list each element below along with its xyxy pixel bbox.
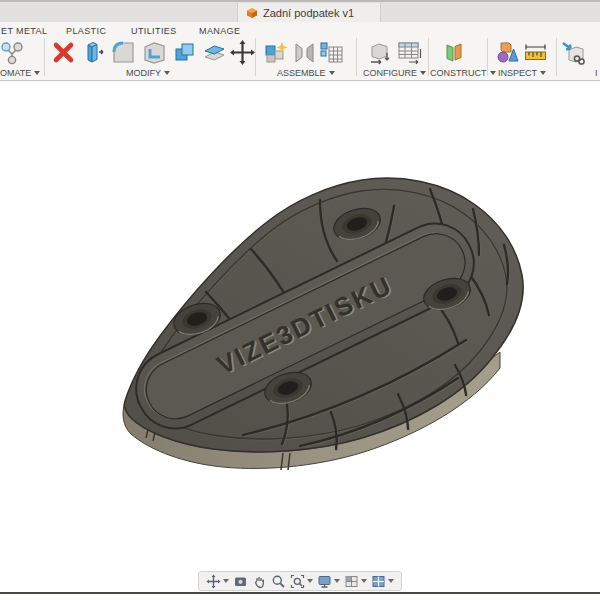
orbit-icon <box>206 574 221 589</box>
zoom-icon <box>271 574 286 589</box>
joint-icon[interactable] <box>291 39 318 66</box>
orbit-button[interactable] <box>206 574 229 589</box>
chevron-down-icon <box>334 579 340 583</box>
chevron-down-icon <box>388 579 394 583</box>
group-label-construct[interactable]: CONSTRUCT <box>430 67 496 79</box>
grid-and-snaps-button[interactable] <box>344 574 367 589</box>
group-separator <box>44 38 45 76</box>
group-label-configure[interactable]: CONFIGURE <box>363 67 426 79</box>
display-settings-button[interactable] <box>317 574 340 589</box>
tab-utilities[interactable]: UTILITIES <box>131 26 177 36</box>
chevron-down-icon <box>490 71 496 75</box>
group-label-assemble[interactable]: ASSEMBLE <box>277 67 335 79</box>
chevron-down-icon <box>164 71 170 75</box>
look-at-icon <box>233 574 248 589</box>
tab-sheet-metal[interactable]: ET METAL <box>1 26 47 36</box>
shell-icon[interactable] <box>141 39 168 66</box>
document-tab[interactable]: Zadní podpatek v1 <box>237 3 381 22</box>
viewports-button[interactable] <box>371 574 394 589</box>
navigation-bar <box>198 571 402 591</box>
chevron-down-icon <box>540 71 546 75</box>
fillet-icon[interactable] <box>110 39 137 66</box>
fusion-document-icon <box>246 7 258 19</box>
component-table-icon[interactable] <box>318 39 345 66</box>
group-separator <box>428 38 429 76</box>
viewport-canvas[interactable]: VIZE3DTISKU VIZE3DTISKU <box>0 82 600 592</box>
delete-icon[interactable] <box>50 39 77 66</box>
automate-icon[interactable] <box>0 39 25 66</box>
configuration-icon[interactable] <box>366 39 393 66</box>
group-separator <box>556 38 557 76</box>
move-icon[interactable] <box>229 39 256 66</box>
tab-manage[interactable]: MANAGE <box>199 26 240 36</box>
construction-plane-icon[interactable] <box>440 39 467 66</box>
look-at-button[interactable] <box>233 574 248 589</box>
new-component-icon[interactable] <box>262 39 289 66</box>
grid-icon <box>344 574 359 589</box>
press-pull-icon[interactable] <box>80 39 107 66</box>
analysis-shapes-icon[interactable] <box>494 39 521 66</box>
offset-face-icon[interactable] <box>201 39 228 66</box>
group-label-modify[interactable]: MODIFY <box>126 67 170 79</box>
chevron-down-icon <box>361 579 367 583</box>
viewports-icon <box>371 574 386 589</box>
pan-icon <box>252 574 267 589</box>
fusion-window: Zadní podpatek v1 ET METAL PLASTIC UTILI… <box>0 0 600 600</box>
tab-plastic[interactable]: PLASTIC <box>66 26 106 36</box>
zoom-button[interactable] <box>271 574 286 589</box>
fit-button[interactable] <box>290 574 313 589</box>
group-label-automate[interactable]: OMATE <box>0 67 40 79</box>
group-separator <box>356 38 357 76</box>
combine-icon[interactable] <box>171 39 198 66</box>
chevron-down-icon <box>420 71 426 75</box>
ribbon-toolbar: ET METAL PLASTIC UTILITIES MANAGE <box>0 22 600 81</box>
insert-icon[interactable] <box>560 39 587 66</box>
document-tab-title: Zadní podpatek v1 <box>263 7 354 19</box>
group-label-insert[interactable]: I <box>595 67 598 79</box>
display-settings-icon <box>317 574 332 589</box>
configuration-table-icon[interactable] <box>396 39 423 66</box>
group-label-inspect[interactable]: INSPECT <box>498 67 546 79</box>
document-tab-bar: Zadní podpatek v1 <box>0 0 600 22</box>
chevron-down-icon <box>34 71 40 75</box>
window-bottom-edge <box>0 592 600 594</box>
chevron-down-icon <box>223 579 229 583</box>
pan-button[interactable] <box>252 574 267 589</box>
chevron-down-icon <box>329 71 335 75</box>
measure-icon[interactable] <box>522 39 549 66</box>
chevron-down-icon <box>307 579 313 583</box>
fit-icon <box>290 574 305 589</box>
heel-plate-model: VIZE3DTISKU VIZE3DTISKU <box>0 82 600 592</box>
